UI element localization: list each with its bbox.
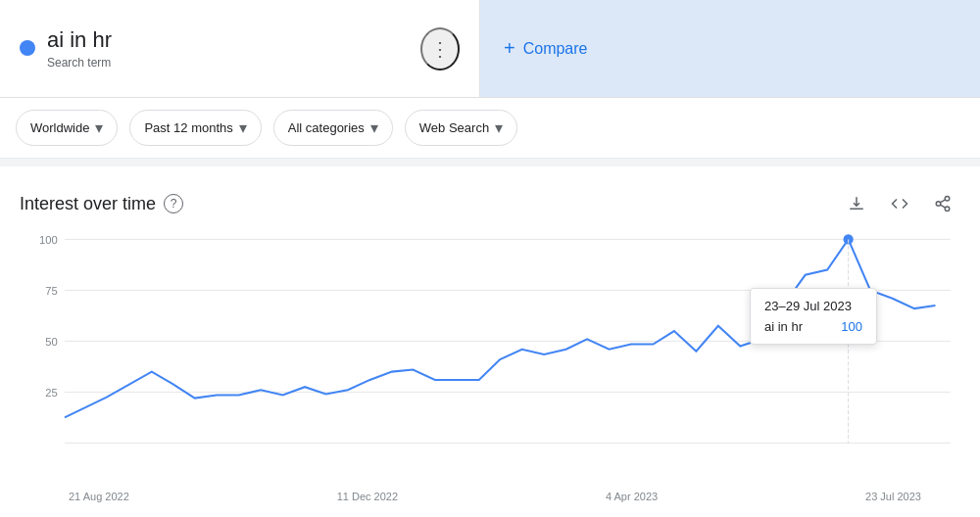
search-term-subtitle: Search term (47, 56, 112, 70)
chart-title: Interest over time (20, 194, 156, 214)
x-label-1: 21 Aug 2022 (69, 491, 129, 502)
subheader-band (0, 159, 980, 166)
embed-button[interactable] (882, 186, 917, 221)
time-chevron-icon: ▾ (239, 118, 247, 137)
region-filter-button[interactable]: Worldwide ▾ (16, 110, 118, 146)
chart-svg: 100 75 50 25 (20, 229, 960, 484)
download-button[interactable] (839, 186, 874, 221)
svg-text:100: 100 (39, 233, 58, 245)
svg-point-0 (945, 197, 950, 202)
help-icon[interactable]: ? (164, 194, 183, 213)
more-options-button[interactable]: ⋮ (420, 27, 460, 70)
chart-container: 100 75 50 25 23–29 Jul 2023 ai in hr 100… (20, 229, 960, 513)
region-filter-label: Worldwide (30, 120, 89, 135)
svg-line-4 (940, 200, 945, 203)
chart-line (65, 239, 936, 417)
region-chevron-icon: ▾ (95, 118, 103, 137)
svg-text:75: 75 (45, 284, 57, 296)
search-term-dot (20, 40, 35, 56)
category-filter-button[interactable]: All categories ▾ (273, 110, 393, 146)
category-filter-label: All categories (288, 120, 365, 135)
header: ai in hr Search term ⋮ + Compare (0, 0, 980, 98)
time-filter-button[interactable]: Past 12 months ▾ (129, 110, 261, 146)
search-type-filter-button[interactable]: Web Search ▾ (405, 110, 517, 146)
svg-text:25: 25 (45, 386, 57, 398)
svg-point-1 (936, 202, 941, 207)
x-axis-labels: 21 Aug 2022 11 Dec 2022 4 Apr 2023 23 Ju… (20, 487, 960, 502)
chart-actions (839, 186, 960, 221)
share-button[interactable] (925, 186, 960, 221)
svg-text:50: 50 (45, 335, 57, 347)
svg-line-3 (940, 205, 945, 208)
search-term-info: ai in hr Search term (20, 27, 112, 69)
search-term-title: ai in hr (47, 27, 112, 53)
search-type-filter-label: Web Search (419, 120, 489, 135)
chart-header: Interest over time ? (20, 186, 960, 221)
compare-button[interactable]: + Compare (504, 37, 588, 60)
plus-icon: + (504, 37, 515, 60)
category-chevron-icon: ▾ (370, 118, 378, 137)
svg-point-2 (945, 207, 950, 212)
chart-title-area: Interest over time ? (20, 194, 183, 214)
search-type-chevron-icon: ▾ (495, 118, 503, 137)
x-label-2: 11 Dec 2022 (337, 491, 398, 502)
search-term-card: ai in hr Search term ⋮ (0, 0, 480, 97)
x-label-3: 4 Apr 2023 (606, 491, 658, 502)
time-filter-label: Past 12 months (144, 120, 232, 135)
x-label-4: 23 Jul 2023 (865, 491, 921, 502)
search-term-text: ai in hr Search term (47, 27, 112, 69)
chart-section: Interest over time ? (0, 166, 980, 517)
filter-bar: Worldwide ▾ Past 12 months ▾ All categor… (0, 98, 980, 159)
compare-label: Compare (523, 40, 588, 58)
compare-section: + Compare (480, 0, 980, 97)
